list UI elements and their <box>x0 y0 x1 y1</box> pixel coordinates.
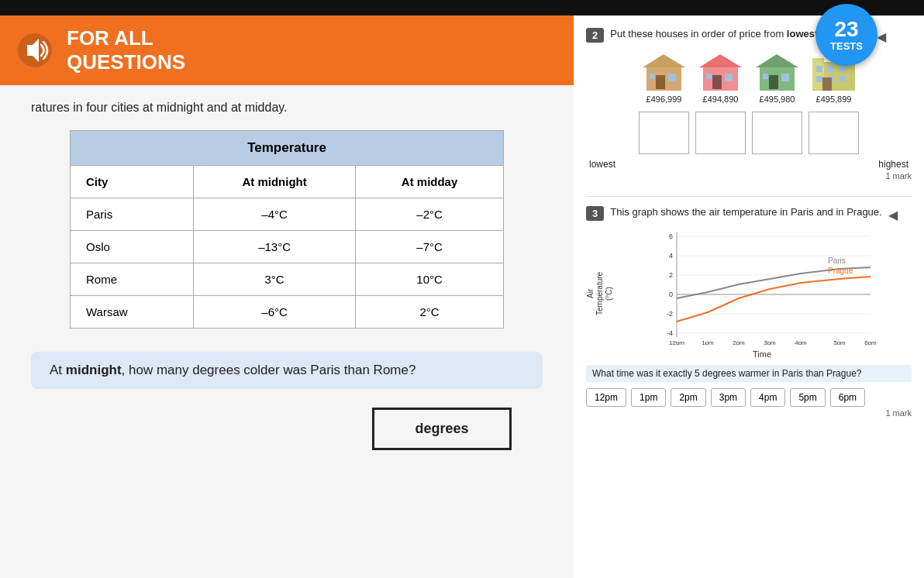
svg-rect-5 <box>668 74 676 81</box>
table-cell-midnight: 3°C <box>194 263 356 296</box>
answer-box[interactable]: degrees <box>372 408 512 450</box>
answer-blank-2[interactable] <box>695 112 746 154</box>
time-btn-4pm[interactable]: 4pm <box>750 388 785 407</box>
right-panel[interactable]: 2 Put these houses in order of price fro… <box>574 15 924 578</box>
graph-area: 6 4 2 0 -2 -4 Paris Prague 12pm 1pm <box>612 229 912 359</box>
table-row: Oslo–13°C–7°C <box>71 231 504 263</box>
svg-rect-6 <box>650 74 655 79</box>
left-content: ratures in four cities at midnight and a… <box>0 85 574 473</box>
y-axis-label: AirTemperature(°C) <box>586 229 609 359</box>
answer-blank-4[interactable] <box>808 112 859 154</box>
svg-rect-22 <box>828 66 834 72</box>
svg-text:0: 0 <box>669 291 673 298</box>
highest-label: highest <box>878 159 908 170</box>
table-cell-midday: 10°C <box>356 263 504 296</box>
time-btn-1pm[interactable]: 1pm <box>631 388 666 407</box>
intro-text: ratures in four cities at midnight and a… <box>31 101 543 115</box>
table-cell-midnight: –6°C <box>194 296 356 329</box>
answer-boxes-row <box>586 112 912 154</box>
table-cell-city: Warsaw <box>71 296 194 329</box>
svg-text:6: 6 <box>669 232 673 240</box>
svg-rect-11 <box>706 74 712 79</box>
test-count-badge: 23 TESTS <box>815 4 877 66</box>
time-btn-6pm[interactable]: 6pm <box>830 388 865 407</box>
orange-header: FOR ALL QUESTIONS <box>0 15 574 85</box>
time-btn-12pm[interactable]: 12pm <box>586 388 626 407</box>
house-price-1: £496,999 <box>646 95 682 104</box>
table-row: Rome3°C10°C <box>71 263 504 296</box>
q3-text: This graph shows the air temperature in … <box>610 206 881 218</box>
svg-rect-21 <box>816 76 822 82</box>
svg-rect-20 <box>816 66 822 72</box>
svg-text:12pm: 12pm <box>669 339 684 345</box>
badge-number: 23 <box>834 19 858 40</box>
table-cell-midnight: –13°C <box>194 231 356 263</box>
svg-marker-12 <box>756 54 798 67</box>
svg-text:Prague: Prague <box>828 267 853 275</box>
q2-badge: 2 <box>586 28 604 43</box>
header-title: FOR ALL QUESTIONS <box>67 26 185 74</box>
svg-rect-14 <box>769 75 778 89</box>
svg-text:2pm: 2pm <box>733 339 745 345</box>
q2-arrow[interactable]: ◀ <box>877 29 886 44</box>
house-item-1: £496,999 <box>639 50 689 104</box>
answer-label: degrees <box>415 421 468 436</box>
svg-rect-24 <box>840 66 846 72</box>
speaker-icon <box>16 31 54 70</box>
svg-text:Paris: Paris <box>828 256 846 265</box>
top-bar <box>0 0 924 15</box>
svg-rect-15 <box>781 74 789 81</box>
svg-rect-26 <box>822 77 832 91</box>
table-cell-city: Rome <box>71 263 194 296</box>
svg-text:-2: -2 <box>667 310 673 318</box>
time-btn-5pm[interactable]: 5pm <box>790 388 825 407</box>
table-cell-midnight: –4°C <box>194 198 356 231</box>
col-midday: At midday <box>356 166 504 198</box>
svg-text:1pm: 1pm <box>702 339 714 345</box>
q3-mark-label: 1 mark <box>586 408 912 418</box>
answer-wrapper: degrees <box>31 408 543 450</box>
table-cell-city: Paris <box>71 198 194 231</box>
temperature-graph: 6 4 2 0 -2 -4 Paris Prague 12pm 1pm <box>612 229 912 345</box>
house-price-4: £495,899 <box>816 95 852 104</box>
house-icon-2 <box>695 50 746 93</box>
col-city: City <box>71 166 194 198</box>
time-btn-3pm[interactable]: 3pm <box>711 388 746 407</box>
table-cell-midday: 2°C <box>356 296 504 329</box>
house-price-3: £495,980 <box>760 95 795 104</box>
house-icon-1 <box>639 50 689 93</box>
time-axis-label: Time <box>612 349 912 359</box>
question3-section: 3 This graph shows the air temperature i… <box>586 206 912 418</box>
house-icon-3 <box>752 50 802 93</box>
question1-bold: midnight <box>66 363 122 377</box>
svg-rect-18 <box>812 58 824 89</box>
table-cell-midday: –2°C <box>356 198 504 231</box>
q3-header: 3 This graph shows the air temperature i… <box>586 206 912 222</box>
q3-badge: 3 <box>586 206 604 221</box>
lowest-highest-row: lowest highest <box>586 159 912 170</box>
svg-rect-16 <box>763 74 768 79</box>
divider <box>586 196 912 197</box>
table-row: Paris–4°C–2°C <box>71 198 504 231</box>
graph-container: AirTemperature(°C) 6 4 <box>586 229 912 359</box>
house-item-2: £494,890 <box>695 50 746 104</box>
svg-rect-4 <box>656 75 665 89</box>
q3-arrow[interactable]: ◀ <box>888 208 898 222</box>
svg-rect-25 <box>840 76 846 82</box>
svg-text:3pm: 3pm <box>764 339 776 345</box>
answer-blank-3[interactable] <box>752 112 802 154</box>
table-row: Warsaw–6°C2°C <box>71 296 504 329</box>
q2-mark-label: 1 mark <box>586 171 912 181</box>
time-btn-2pm[interactable]: 2pm <box>671 388 705 407</box>
house-price-2: £494,890 <box>703 95 739 104</box>
question1-box: At midnight, how many degrees colder was… <box>31 352 543 389</box>
table-main-header: Temperature <box>71 131 504 166</box>
badge-label: TESTS <box>830 40 863 52</box>
svg-rect-10 <box>725 74 733 81</box>
svg-text:6pm: 6pm <box>864 339 877 345</box>
lowest-label: lowest <box>589 159 615 170</box>
q3-sub-question: What time was it exactly 5 degrees warme… <box>586 365 912 382</box>
svg-text:-4: -4 <box>667 329 673 337</box>
temperature-table: Temperature City At midnight At midday P… <box>70 130 504 329</box>
answer-blank-1[interactable] <box>639 112 689 154</box>
